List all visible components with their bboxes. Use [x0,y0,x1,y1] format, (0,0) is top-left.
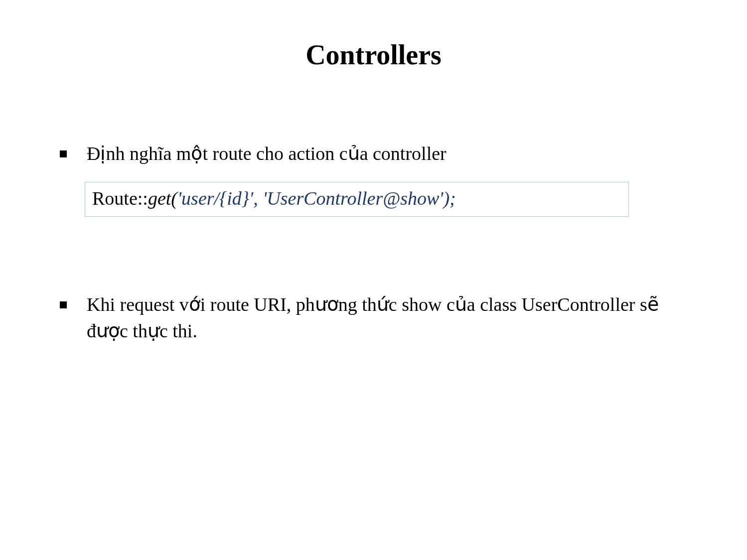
code-prefix: Route:: [92,188,148,209]
slide-content: Định nghĩa một route cho action của cont… [0,140,747,345]
bullet-text-2: Khi request với route URI, phương thức s… [87,291,687,344]
code-arg: 'user/{id}', 'UserController@show'); [177,188,456,209]
bullet-marker-icon [60,150,67,157]
slide: Controllers Định nghĩa một route cho act… [0,39,747,560]
slide-title: Controllers [0,39,747,71]
bullet-marker-icon [60,301,67,308]
code-method: get( [148,188,177,209]
bullet-text-1: Định nghĩa một route cho action của cont… [87,140,687,167]
code-box: Route::get('user/{id}', 'UserController@… [85,182,629,217]
bullet-item-1: Định nghĩa một route cho action của cont… [60,140,687,167]
bullet-item-2: Khi request với route URI, phương thức s… [60,291,687,344]
